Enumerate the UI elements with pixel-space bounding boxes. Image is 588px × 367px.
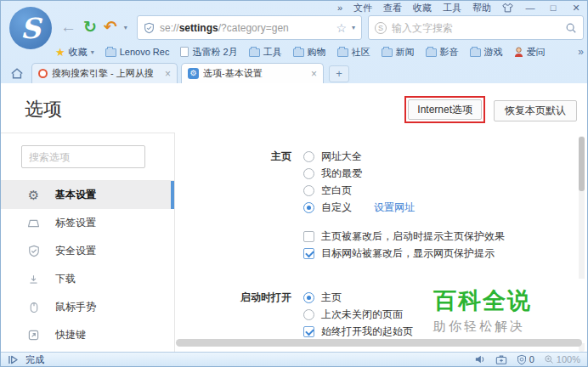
settings-main: 主页 网址大全 我的最爱 空白页 自定义 <box>176 133 587 352</box>
ad-block-indicator[interactable]: 0 <box>517 354 534 365</box>
shield-check-icon <box>26 245 41 257</box>
radio-label[interactable]: 空白页 <box>321 184 352 198</box>
sidebar-item-security-settings[interactable]: 安全设置 <box>1 237 174 265</box>
section-label: 启动时打开 <box>176 291 303 305</box>
search-input[interactable] <box>392 22 560 34</box>
checkbox-label[interactable]: 主页被篡改后，启动时提示主页保护效果 <box>321 229 505 244</box>
sidebar-item-downloads[interactable]: 下载 <box>1 265 174 293</box>
watermark: 百科全说 助你轻松解决 <box>420 279 587 343</box>
settings-sidebar: ⚙ 基本设置 标签设置 安全设置 下载 鼠标手势 快捷键 <box>1 133 175 352</box>
radio-label[interactable]: 自定义 <box>321 200 352 215</box>
folder-icon <box>382 48 393 57</box>
bookmark-community[interactable]: 社区 <box>337 46 370 59</box>
sidebar-item-mouse-gestures[interactable]: 鼠标手势 <box>1 293 174 321</box>
bookmark-shopping[interactable]: 购物 <box>293 46 326 59</box>
settings-search-input[interactable] <box>21 145 145 168</box>
set-url-link[interactable]: 设置网址 <box>374 200 415 215</box>
checkbox-site-tamper-prompt[interactable] <box>303 248 314 259</box>
refresh-icon[interactable]: ↻ <box>83 16 97 38</box>
undo-icon[interactable]: ↶ <box>104 16 117 38</box>
close-button[interactable]: ✕ <box>570 3 582 14</box>
speaker-icon[interactable] <box>474 354 486 364</box>
checkbox-always-open-start-page[interactable] <box>303 326 314 337</box>
bookmark-media[interactable]: 影音 <box>426 46 459 59</box>
skin-icon[interactable] <box>502 3 513 13</box>
maximize-button[interactable]: □ <box>547 3 559 13</box>
menu-file[interactable]: 文件 <box>353 2 372 14</box>
tab-sogou-search[interactable]: 搜狗搜索引擎 - 上网从搜 × <box>31 63 178 83</box>
tab-bar: 搜狗搜索引擎 - 上网从搜 × ⚙ 选项-基本设置 × + <box>1 63 587 83</box>
radio-custom[interactable] <box>303 202 314 213</box>
menu-favorites[interactable]: 收藏 <box>413 2 432 14</box>
bookmark-xunleifen[interactable]: 迅雷粉 2月 <box>180 46 237 59</box>
radio-last-session[interactable] <box>303 309 314 320</box>
zoom-control[interactable]: 100% <box>544 354 580 364</box>
bookmark-iask[interactable]: 爱问 <box>514 46 546 59</box>
zoom-level: 100% <box>557 354 580 364</box>
site-security-shield-icon <box>144 22 155 34</box>
radio-blank-page[interactable] <box>303 185 314 196</box>
favorites-star-icon: ★ <box>55 46 65 59</box>
menu-help[interactable]: 帮助 <box>472 2 491 14</box>
person-icon <box>514 47 523 58</box>
menu-overflow-icon[interactable]: » <box>337 3 342 13</box>
checkbox-homepage-tamper-prompt[interactable] <box>303 231 314 242</box>
folder-icon <box>105 48 116 57</box>
sidebar-item-basic-settings[interactable]: ⚙ 基本设置 <box>1 181 174 209</box>
radio-my-favorites[interactable] <box>303 168 314 179</box>
radio-label[interactable]: 网址大全 <box>321 150 362 164</box>
radio-label[interactable]: 上次未关闭的页面 <box>321 308 403 322</box>
checkbox-label[interactable]: 目标网站被篡改后，显示网页保护提示 <box>321 246 495 261</box>
bookmark-news[interactable]: 新闻 <box>382 46 415 59</box>
tab-settings[interactable]: ⚙ 选项-基本设置 × <box>181 63 324 83</box>
radio-label[interactable]: 我的最爱 <box>321 167 362 181</box>
home-button[interactable] <box>6 64 28 82</box>
settings-favicon-gear-icon: ⚙ <box>188 68 199 79</box>
sogou-logo: S <box>9 7 52 49</box>
tab-icon <box>26 218 41 228</box>
undo-dropdown-icon[interactable]: ▾ <box>124 24 127 31</box>
address-bar[interactable]: se://settings/?category=gen ☆ ▾ <box>137 15 362 40</box>
tab-close-icon[interactable]: × <box>165 68 171 80</box>
bookmark-tools[interactable]: 工具 <box>249 46 282 59</box>
status-bar: 完成 0 100% <box>1 352 587 366</box>
tab-close-icon[interactable]: × <box>311 68 317 80</box>
mouse-icon <box>26 302 41 313</box>
radio-open-homepage[interactable] <box>303 292 314 303</box>
minimize-button[interactable]: — <box>524 3 536 13</box>
homepage-section: 主页 网址大全 我的最爱 空白页 自定义 <box>176 148 587 216</box>
favorite-star-icon[interactable]: ☆ <box>336 21 347 35</box>
restore-defaults-button[interactable]: 恢复本页默认 <box>494 100 577 121</box>
horizontal-scrollbar-thumb[interactable] <box>176 339 582 347</box>
vertical-scrollbar-thumb[interactable] <box>579 137 585 191</box>
speed-mode-icon[interactable] <box>8 355 19 364</box>
menu-tools[interactable]: 工具 <box>443 2 461 14</box>
radio-label[interactable]: 主页 <box>321 291 342 305</box>
radio-website-navigation[interactable] <box>303 151 314 162</box>
homepage-protection-options: 主页被篡改后，启动时提示主页保护效果 目标网站被篡改后，显示网页保护提示 <box>176 228 587 262</box>
url-text[interactable]: se://settings/?category=gen <box>160 22 331 34</box>
search-icon[interactable] <box>565 22 577 34</box>
folder-icon <box>470 48 481 57</box>
back-icon[interactable]: ← <box>60 16 76 38</box>
status-text: 完成 <box>25 353 44 366</box>
new-tab-button[interactable]: + <box>329 65 349 82</box>
medkit-icon[interactable] <box>495 354 507 365</box>
download-icon <box>26 274 41 285</box>
bookmarks-overflow-icon[interactable]: » <box>578 46 584 58</box>
bookmarks-bar: ★ 收藏 ▾ Lenovo Rec 迅雷粉 2月 工具 购物 社区 新闻 影音 … <box>55 44 584 59</box>
bookmark-lenovo-rec[interactable]: Lenovo Rec <box>105 47 170 57</box>
menu-view[interactable]: 查看 <box>383 2 402 14</box>
gear-icon: ⚙ <box>26 189 41 201</box>
favorites-menu[interactable]: ★ 收藏 ▾ <box>55 46 94 59</box>
page-icon <box>180 47 189 57</box>
internet-options-button[interactable]: Internet选项 <box>408 99 482 120</box>
browser-window: » 文件 查看 收藏 工具 帮助 — □ ✕ S ← ↻ ↶ ▾ se://se… <box>0 0 588 367</box>
bookmark-games[interactable]: 游戏 <box>470 46 503 59</box>
blocked-count: 0 <box>529 354 534 364</box>
checkbox-label[interactable]: 始终打开我的起始页 <box>321 325 413 339</box>
search-bar[interactable]: S <box>368 15 584 40</box>
address-dropdown-icon[interactable]: ▾ <box>352 24 355 31</box>
sidebar-item-shortcuts[interactable]: 快捷键 <box>1 321 174 349</box>
sidebar-item-tab-settings[interactable]: 标签设置 <box>1 209 174 237</box>
